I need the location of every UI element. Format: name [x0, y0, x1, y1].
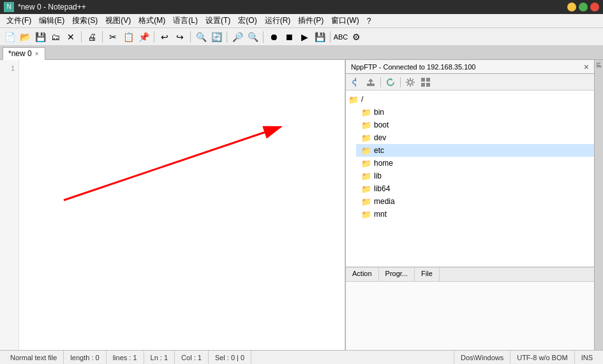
toolbar-sep2: [102, 31, 103, 43]
ftp-log-tab-file[interactable]: File: [415, 268, 440, 281]
toolbar: 📄 📂 💾 🗂 ✕ 🖨 ✂ 📋 📌 ↩ ↪ 🔍 🔄 🔎 🔍 ⏺ ⏹ ▶ 💾 AB…: [0, 28, 603, 46]
toolbar-extra[interactable]: ⚙: [349, 30, 363, 44]
menu-file[interactable]: 文件(F): [3, 14, 35, 27]
toolbar-zoom-out[interactable]: 🔍: [246, 30, 260, 44]
svg-point-6: [408, 80, 412, 84]
editor-area[interactable]: 1: [0, 60, 345, 350]
toolbar-macro-play[interactable]: ▶: [297, 30, 311, 44]
ftp-log-header: Action Progr... File: [346, 268, 594, 282]
tree-item-lib64[interactable]: 📁 lib64: [356, 182, 594, 195]
menu-language[interactable]: 语言(L): [169, 14, 202, 27]
ftp-connect-btn[interactable]: [348, 75, 362, 89]
tree-item-home[interactable]: 📁 home: [356, 157, 594, 170]
menu-window[interactable]: 窗口(W): [327, 14, 362, 27]
status-line-ending: Dos\Windows: [454, 351, 510, 364]
toolbar-find[interactable]: 🔍: [194, 30, 208, 44]
main-area: 1 NppFTP - Connected to 192.168.35.100 ×: [0, 60, 603, 350]
ftp-toolbar: [346, 74, 594, 91]
ftp-log-tab-action[interactable]: Action: [346, 268, 379, 281]
toolbar-macro-stop[interactable]: ⏹: [282, 30, 296, 44]
toolbar-save-all[interactable]: 🗂: [48, 30, 63, 44]
toolbar-cut[interactable]: ✂: [106, 30, 120, 44]
tree-label-lib: lib: [374, 171, 382, 180]
app-icon: N: [4, 2, 14, 12]
tree-item-boot[interactable]: 📁 boot: [356, 119, 594, 131]
toolbar-macro-save[interactable]: 💾: [313, 30, 327, 44]
ftp-toolbar-sep2: [400, 77, 401, 87]
folder-icon-mnt: 📁: [361, 210, 371, 219]
tree-label-home: home: [374, 159, 393, 168]
tree-label-dev: dev: [374, 133, 386, 142]
menu-bar: 文件(F) 编辑(E) 搜索(S) 视图(V) 格式(M) 语言(L) 设置(T…: [0, 14, 603, 28]
toolbar-paste[interactable]: 📌: [137, 30, 151, 44]
editor-content[interactable]: [19, 60, 345, 350]
tree-item-bin[interactable]: 📁 bin: [356, 106, 594, 119]
menu-settings[interactable]: 设置(T): [202, 14, 234, 27]
tree-label-mnt: mnt: [374, 210, 387, 219]
tree-item-etc[interactable]: 📁 etc: [356, 144, 594, 157]
svg-rect-3: [367, 84, 375, 86]
menu-view[interactable]: 视图(V): [101, 14, 135, 27]
toolbar-zoom-in[interactable]: 🔎: [230, 30, 244, 44]
svg-rect-8: [426, 78, 430, 82]
toolbar-macro-record[interactable]: ⏺: [267, 30, 281, 44]
ftp-file-tree[interactable]: 📁 / 📁 bin 📁 boot 📁 dev 📁 etc: [346, 91, 594, 267]
toolbar-open[interactable]: 📂: [18, 30, 32, 44]
tab-new0[interactable]: *new 0 ×: [3, 47, 45, 60]
tree-root-item[interactable]: 📁 /: [346, 93, 594, 106]
menu-search[interactable]: 搜索(S): [68, 14, 101, 27]
close-window-button[interactable]: [590, 3, 599, 11]
ftp-upload-btn[interactable]: [364, 75, 378, 89]
tree-children: 📁 bin 📁 boot 📁 dev 📁 etc 📁 home: [346, 106, 594, 221]
menu-plugins[interactable]: 插件(P): [294, 14, 327, 27]
folder-icon-etc: 📁: [361, 146, 371, 156]
right-panel-tab[interactable]: ut: [594, 60, 603, 70]
menu-macro[interactable]: 宏(O): [234, 14, 260, 27]
toolbar-print[interactable]: 🖨: [85, 30, 99, 44]
menu-help[interactable]: ?: [363, 15, 375, 27]
ftp-settings-btn[interactable]: [403, 75, 417, 89]
status-bar: Normal text file length : 0 lines : 1 Ln…: [0, 350, 603, 364]
tree-label-bin: bin: [374, 108, 384, 117]
toolbar-sep3: [154, 31, 154, 43]
ftp-log-tab-progress[interactable]: Progr...: [379, 268, 415, 281]
folder-icon-dev: 📁: [361, 133, 371, 143]
minimize-button[interactable]: [567, 3, 576, 11]
tree-item-lib[interactable]: 📁 lib: [356, 170, 594, 182]
folder-icon-home: 📁: [361, 159, 371, 168]
menu-edit[interactable]: 编辑(E): [35, 14, 68, 27]
svg-marker-4: [368, 78, 373, 84]
toolbar-sep5: [227, 31, 227, 43]
tree-item-mnt[interactable]: 📁 mnt: [356, 208, 594, 221]
tree-label-etc: etc: [374, 146, 384, 155]
maximize-button[interactable]: [579, 3, 588, 11]
menu-format[interactable]: 格式(M): [135, 14, 169, 27]
status-lines: lines : 1: [107, 351, 144, 364]
tree-item-media[interactable]: 📁 media: [356, 195, 594, 208]
toolbar-replace[interactable]: 🔄: [209, 30, 223, 44]
toolbar-close[interactable]: ✕: [64, 30, 78, 44]
svg-point-2: [355, 79, 357, 81]
toolbar-sep6: [263, 31, 264, 43]
tree-label-media: media: [374, 197, 395, 206]
svg-rect-10: [426, 83, 430, 87]
toolbar-new[interactable]: 📄: [3, 30, 17, 44]
menu-run[interactable]: 运行(R): [261, 14, 295, 27]
status-spacer: [251, 351, 454, 364]
toolbar-undo[interactable]: ↩: [158, 30, 172, 44]
ftp-close-btn[interactable]: ×: [584, 62, 589, 72]
toolbar-spellcheck[interactable]: ABC: [334, 30, 348, 44]
toolbar-save[interactable]: 💾: [33, 30, 47, 44]
root-folder-icon: 📁: [348, 95, 359, 105]
tree-item-dev[interactable]: 📁 dev: [356, 131, 594, 144]
svg-rect-7: [421, 78, 425, 82]
folder-icon-lib64: 📁: [361, 184, 371, 194]
toolbar-sep1: [81, 31, 82, 43]
toolbar-copy[interactable]: 📋: [121, 30, 135, 44]
ftp-refresh-btn[interactable]: [383, 75, 398, 89]
toolbar-redo[interactable]: ↪: [173, 30, 187, 44]
tab-close-btn[interactable]: ×: [34, 50, 40, 57]
ftp-panel: NppFTP - Connected to 192.168.35.100 ×: [345, 60, 594, 350]
folder-icon-bin: 📁: [361, 108, 371, 117]
ftp-grid-btn[interactable]: [419, 75, 433, 89]
